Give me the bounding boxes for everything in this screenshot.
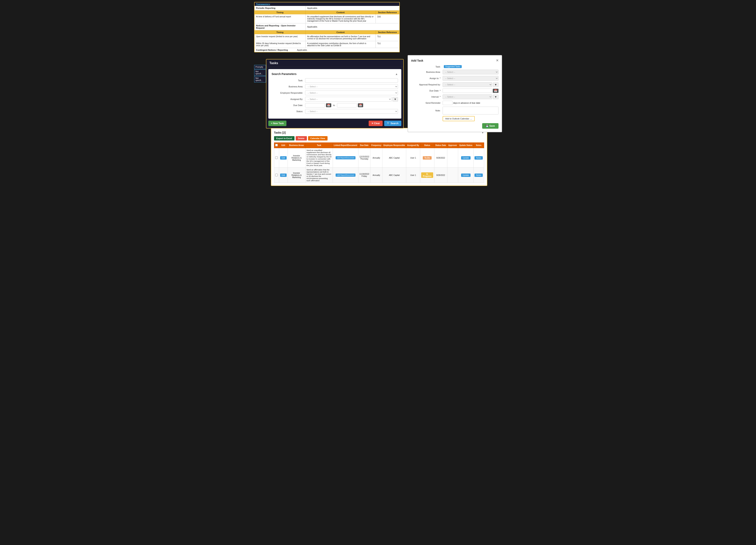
row2-status-date-cell: 9/28/2022 — [434, 168, 447, 183]
row2-update-button[interactable]: Update — [461, 174, 471, 177]
add-task-business-area-label: Business Area: — [411, 71, 443, 73]
th-business-areas: Business Areas — [288, 143, 305, 148]
periodic-reporting-row: Periodic Reporting Applicable. — [255, 6, 399, 10]
employee-select[interactable]: -- Select -- — [305, 91, 398, 95]
due-date-form-row: Due Date: 09/18/2022 📅 to 12/31/2022 📅 — [272, 103, 398, 107]
row1-approver-cell — [447, 148, 458, 168]
row2-frequency-cell: Annually — [370, 168, 382, 183]
clear-button[interactable]: ✕ Clear — [369, 121, 383, 126]
th-assigned-by: Assigned By — [406, 143, 420, 148]
row1-edit-button[interactable]: Edit — [280, 156, 287, 160]
row1-notes-button[interactable]: Notes — [474, 156, 483, 160]
add-task-close-button[interactable]: ✕ — [496, 59, 498, 62]
search-button[interactable]: 🔍 Search — [384, 121, 401, 126]
contingent-label: Contingent Notices / Reporting — [256, 49, 295, 51]
row2-assigned-by-cell: User 1 — [406, 168, 420, 183]
row1-checkbox[interactable] — [275, 156, 278, 159]
th-linked-report: Linked Report/Document — [333, 143, 358, 148]
row2-employee-cell: ABC Capital — [382, 168, 406, 183]
row3-ref: 7(c) — [376, 41, 399, 48]
due-date-from-input[interactable]: 09/18/2022 — [305, 103, 325, 107]
sidebar-item-not-specified-2[interactable]: Not specifi... — [254, 76, 266, 82]
due-date-from-calendar-btn[interactable]: 📅 — [326, 103, 331, 107]
approval-dropdown-btn[interactable]: ▼ — [493, 82, 498, 87]
status-select[interactable]: -- Select -- — [305, 109, 398, 114]
due-date-to-input[interactable]: 12/31/2022 — [337, 103, 357, 107]
th-status-date: Status Date — [434, 143, 447, 148]
add-task-note-textarea[interactable] — [443, 107, 498, 115]
row2-content: An affirmation that the representations … — [306, 34, 376, 41]
calendar-view-button[interactable]: Calendar View — [308, 136, 328, 140]
row2-checkbox-cell — [274, 168, 279, 183]
outlook-calendar-button[interactable]: Add to Outlook Calendar: ... — [443, 116, 475, 121]
export-excel-button[interactable]: Export to Excel — [274, 136, 294, 140]
add-task-assign-to-row: Assign to: * -- Select -- — [411, 76, 498, 81]
business-area-select[interactable]: -- Select -- — [305, 84, 398, 89]
row1-add-report-button[interactable]: Add Report/Document — [336, 156, 355, 159]
row2-checkbox[interactable] — [275, 174, 278, 176]
new-task-button[interactable]: + New Task — [268, 121, 287, 126]
reminder-days-input[interactable] — [443, 101, 452, 105]
row1-timing: At time of delivery of Fund annual repor… — [255, 14, 306, 23]
to-text: to — [332, 104, 336, 106]
add-task-interval-label: Interval: * — [411, 96, 443, 98]
due-date-to-calendar-btn[interactable]: 📅 — [358, 103, 363, 107]
add-task-due-date-calendar-btn[interactable]: 📅 — [493, 89, 498, 93]
sidebar-item-not-specified-1[interactable]: Not specifi... — [254, 69, 266, 76]
th-edit: Edit — [279, 143, 288, 148]
add-task-approval-select[interactable]: -- Select -- — [443, 82, 492, 87]
add-task-due-date-label: Due Date: * — [411, 90, 443, 92]
collapse-icon[interactable]: ▲ — [395, 72, 398, 76]
suggested-tasks-badge[interactable]: Suggested Tasks — [444, 65, 462, 68]
notices-label: Notices and Reporting - Upon Investor Re… — [255, 23, 306, 30]
row2-update-status-cell: Update — [458, 168, 474, 183]
add-task-approval-row: Approval Required by: -- Select -- ▼ — [411, 82, 498, 87]
select-all-checkbox[interactable] — [275, 144, 278, 146]
add-task-save-row: 💾 Save — [411, 123, 498, 129]
row1-update-status-cell: Update — [458, 148, 474, 168]
th-notes: Notes — [474, 143, 484, 148]
row2-status-badge: In Progress — [421, 172, 433, 178]
reminder-row: days in advance of due date — [443, 101, 498, 105]
add-task-business-area-row: Business Area: -- Select -- — [411, 70, 498, 74]
contingent-value: Applicable. — [295, 49, 398, 51]
task-input[interactable] — [305, 78, 398, 83]
row2-status-cell: In Progress — [420, 168, 434, 183]
contingent-row: Contingent Notices / Reporting Applicabl… — [255, 48, 399, 52]
due-date-label: Due Date: — [272, 104, 305, 106]
add-task-interval-input-row: -- Select -- ▼ — [443, 94, 498, 99]
search-params-box: Search Parameters ▲ Task: Business Area:… — [268, 69, 401, 119]
row1-employee-cell: ABC Capital — [382, 148, 406, 168]
add-task-save-button[interactable]: 💾 Save — [482, 123, 498, 129]
add-task-approval-input-row: -- Select -- ▼ — [443, 82, 498, 87]
row2-edit-cell: Edit — [279, 168, 288, 183]
add-task-reminder-row: Send Reminder days in advance of due dat… — [411, 101, 498, 105]
add-task-due-date-input[interactable] — [443, 89, 492, 93]
add-task-assign-to-select[interactable]: -- Select -- — [443, 76, 498, 81]
section-ref-header-2: Section Reference — [376, 30, 399, 34]
add-task-reminder-label: Send Reminder — [411, 102, 443, 104]
assigned-by-dropdown-btn[interactable]: ▼ — [392, 97, 398, 102]
add-task-due-date-input-row: 📅 — [443, 89, 498, 93]
add-task-interval-select[interactable]: -- Select -- — [443, 94, 492, 99]
row1-frequency-cell: Annually — [370, 148, 382, 168]
th-due-date: Due Date — [358, 143, 370, 148]
sidebar-item-promptly[interactable]: Promptly — [254, 65, 266, 69]
row2-notes-button[interactable]: Notes — [474, 174, 483, 177]
periodic-value: Applicable. — [306, 6, 380, 10]
content-header: Content — [306, 10, 376, 14]
delete-button[interactable]: Delete — [296, 136, 307, 140]
row2-edit-button[interactable]: Edit — [280, 174, 287, 177]
add-task-business-area-select[interactable]: -- Select -- — [443, 70, 498, 74]
add-task-assign-to-label: Assign to: * — [411, 77, 443, 79]
reminder-suffix-text: days in advance of due date — [453, 102, 480, 104]
row1-update-button[interactable]: Update — [461, 156, 471, 160]
row2-add-report-button[interactable]: Add Report/Document — [336, 174, 355, 177]
add-task-interval-row: Interval: * -- Select -- ▼ — [411, 94, 498, 99]
assigned-by-select[interactable]: -- Select -- — [305, 97, 392, 102]
row1-notes-cell: Notes — [474, 148, 484, 168]
interval-dropdown-btn[interactable]: ▼ — [493, 95, 498, 99]
tasks-modal: Tasks Search Parameters ▲ Task: Business… — [266, 59, 404, 128]
row2-due-date-cell: 11/18/2022Friday — [358, 168, 370, 183]
row2-linked-doc-cell: Add Report/Document — [333, 168, 358, 183]
